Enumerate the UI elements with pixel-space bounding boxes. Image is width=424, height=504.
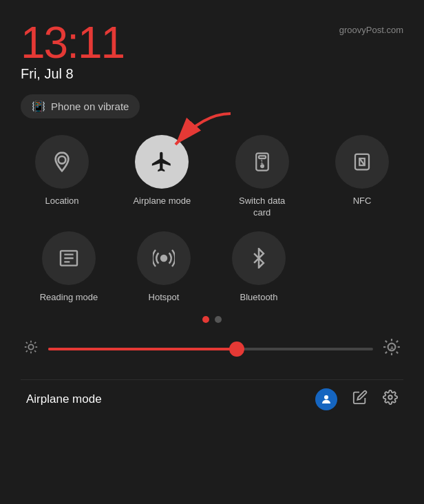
tile-reading[interactable]: Reading mode	[28, 231, 110, 304]
svg-text:A: A	[390, 345, 394, 351]
hotspot-icon	[137, 231, 191, 285]
switch-data-label: Switch datacard	[239, 196, 285, 219]
clock: 13:11	[21, 21, 124, 65]
svg-line-14	[26, 342, 28, 344]
tile-nfc[interactable]: NFC	[321, 135, 403, 219]
tile-location[interactable]: Location	[21, 135, 103, 219]
user-icon[interactable]	[315, 388, 337, 410]
location-icon	[35, 135, 89, 189]
brightness-high-icon: A	[383, 338, 401, 360]
svg-point-7	[161, 255, 167, 261]
brightness-slider[interactable]	[48, 348, 373, 350]
vibrate-label: Phone on vibrate	[51, 101, 129, 112]
svg-point-29	[388, 395, 392, 399]
bluetooth-icon	[232, 231, 286, 285]
svg-line-24	[396, 352, 398, 353]
dot-2	[215, 316, 222, 323]
svg-line-15	[34, 350, 36, 352]
settings-icon[interactable]	[383, 390, 398, 409]
svg-point-0	[59, 156, 66, 164]
tiles-row-2: Reading mode Hotspot Bluetooth	[21, 231, 403, 304]
svg-point-9	[28, 345, 33, 350]
tiles-row-1: Location Airplane mode 1 Switch datacard	[21, 135, 403, 219]
groovy-logo: groovyPost.com	[339, 25, 403, 35]
svg-line-23	[385, 340, 387, 342]
vibrate-badge: 📳 Phone on vibrate	[21, 94, 140, 118]
date: Fri, Jul 8	[21, 66, 124, 82]
svg-text:1: 1	[260, 158, 264, 165]
svg-line-16	[26, 350, 28, 352]
header: 13:11 Fri, Jul 8 groovyPost.com	[21, 21, 403, 82]
quick-settings-panel: 13:11 Fri, Jul 8 groovyPost.com 📳 Phone …	[0, 0, 424, 504]
bottom-icons	[315, 388, 398, 410]
location-label: Location	[45, 196, 78, 207]
svg-point-28	[324, 395, 328, 399]
bluetooth-label: Bluetooth	[240, 292, 278, 304]
bottom-bar: Airplane mode	[21, 379, 403, 410]
nfc-icon	[335, 135, 389, 189]
nfc-label: NFC	[353, 196, 372, 207]
tile-airplane[interactable]: Airplane mode	[120, 135, 203, 219]
brightness-row: A	[21, 338, 403, 360]
slider-fill	[48, 348, 237, 350]
brightness-low-icon	[23, 339, 39, 358]
bottom-label: Airplane mode	[26, 392, 102, 406]
dot-1	[202, 316, 209, 323]
switch-data-icon: 1	[235, 135, 289, 189]
time-block: 13:11 Fri, Jul 8	[21, 21, 124, 82]
svg-point-3	[261, 165, 264, 167]
vibrate-icon: 📳	[32, 100, 45, 113]
tile-bluetooth[interactable]: Bluetooth	[218, 231, 300, 304]
svg-line-17	[34, 342, 36, 344]
slider-thumb[interactable]	[229, 342, 244, 357]
reading-label: Reading mode	[40, 292, 98, 304]
pagination	[21, 316, 403, 323]
svg-line-25	[385, 352, 387, 353]
airplane-icon	[135, 135, 189, 189]
tile-hotspot[interactable]: Hotspot	[123, 231, 205, 304]
airplane-label: Airplane mode	[133, 196, 191, 207]
tile-switch-data[interactable]: 1 Switch datacard	[221, 135, 304, 219]
reading-icon	[42, 231, 96, 285]
hotspot-label: Hotspot	[149, 292, 180, 304]
edit-icon[interactable]	[352, 390, 368, 409]
svg-line-26	[396, 340, 398, 342]
